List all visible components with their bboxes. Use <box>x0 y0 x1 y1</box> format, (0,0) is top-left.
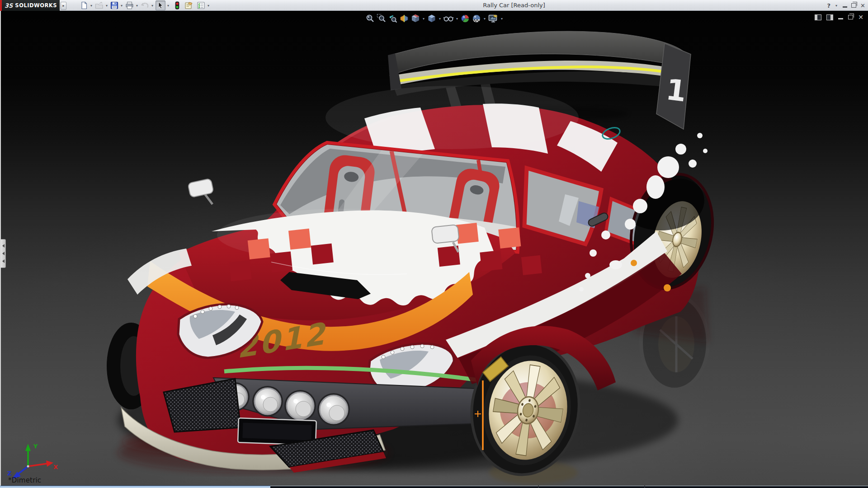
document-window-controls: ✕ <box>815 14 863 21</box>
dropdown-arrow-icon[interactable]: ▾ <box>456 17 458 21</box>
view-orientation-label: *Dimetric <box>8 476 41 484</box>
section-view-icon <box>399 14 409 23</box>
window-controls: ? ▾ ✕ <box>827 0 865 11</box>
solidworks-app: 3S SOLIDWORKS ▸ ▾ ▾ <box>0 0 868 488</box>
dropdown-arrow-icon[interactable]: ▾ <box>90 4 92 8</box>
display-style-icon <box>427 14 437 23</box>
dropdown-arrow-icon[interactable]: ▾ <box>167 4 169 8</box>
dropdown-arrow-icon: ▾ <box>106 4 108 8</box>
zoom-to-fit-icon <box>365 14 375 23</box>
apply-scene-icon <box>472 14 481 23</box>
hide-show-items-icon <box>443 14 454 23</box>
solidworks-logo: 3S SOLIDWORKS <box>2 0 60 11</box>
new-document-button[interactable] <box>80 1 89 10</box>
rebuild-button[interactable] <box>174 1 180 10</box>
dropdown-arrow-icon[interactable]: ▾ <box>208 4 209 8</box>
collapse-arrow-icon <box>2 252 5 255</box>
document-minimize-button[interactable] <box>838 18 843 19</box>
zoom-to-area-icon <box>377 14 387 23</box>
view-settings-button[interactable] <box>488 14 499 23</box>
zoom-to-fit-button[interactable] <box>365 14 375 23</box>
restore-button[interactable] <box>851 3 856 8</box>
options-button[interactable] <box>196 1 206 10</box>
save-icon <box>110 1 118 9</box>
open-document-button[interactable] <box>94 1 104 10</box>
dropdown-arrow-icon[interactable]: ▾ <box>484 17 486 21</box>
print-button[interactable] <box>125 1 134 10</box>
collapse-arrow-icon <box>2 259 5 263</box>
expand-right-pane-button[interactable] <box>826 14 833 20</box>
dropdown-arrow-icon[interactable]: ▾ <box>439 17 441 21</box>
left-mirror <box>188 178 214 204</box>
help-dropdown-arrow-icon[interactable]: ▾ <box>835 4 837 8</box>
dropdown-arrow-icon[interactable]: ▾ <box>136 4 138 8</box>
undo-icon <box>141 1 149 9</box>
document-restore-button[interactable] <box>848 15 853 19</box>
save-button[interactable] <box>110 1 119 10</box>
logo-glyph: 3S <box>5 2 13 9</box>
taskbar-top-line <box>270 486 868 486</box>
taskbar-segment <box>0 486 270 488</box>
collapse-left-pane-button[interactable] <box>815 14 821 20</box>
reference-triad: Y X Z <box>6 443 59 481</box>
file-properties-icon <box>184 1 193 9</box>
dropdown-arrow-icon[interactable]: ▾ <box>501 17 503 21</box>
triad-x-label: X <box>53 464 58 470</box>
car-number-decal: 1 <box>664 73 688 108</box>
section-view-button[interactable] <box>399 14 409 23</box>
help-button[interactable]: ? <box>827 2 831 9</box>
options-checklist-icon <box>197 1 205 9</box>
open-document-icon <box>95 1 104 9</box>
graphics-viewport[interactable]: 1 <box>0 11 868 486</box>
taskbar-separator <box>538 486 539 488</box>
view-settings-icon <box>488 14 499 23</box>
logo-text: SOLIDWORKS <box>15 2 57 9</box>
title-bar: 3S SOLIDWORKS ▸ ▾ ▾ <box>0 0 868 11</box>
collapse-arrow-icon <box>2 244 5 248</box>
select-tool-button[interactable] <box>156 0 165 10</box>
view-orientation-icon <box>410 14 420 23</box>
edit-appearance-icon <box>460 14 470 23</box>
dropdown-arrow-icon: ▾ <box>151 4 153 8</box>
dropdown-arrow-icon[interactable]: ▾ <box>121 4 123 8</box>
hide-show-items-button[interactable] <box>443 14 454 23</box>
rebuild-traffic-light-icon <box>175 1 180 9</box>
triad-y-label: Y <box>33 443 38 450</box>
headsup-view-toolbar: ▾ ▾ ▾ <box>365 13 504 24</box>
new-document-icon <box>80 1 88 9</box>
document-close-button[interactable]: ✕ <box>858 14 863 21</box>
apply-scene-button[interactable] <box>472 14 481 23</box>
dropdown-arrow-icon[interactable]: ▾ <box>423 17 425 21</box>
document-title: Rally Car [Read-only] <box>483 2 545 9</box>
triad-z-label: Z <box>7 470 11 477</box>
undo-button[interactable] <box>140 1 150 10</box>
minimize-button[interactable] <box>843 6 847 8</box>
print-icon <box>125 1 134 9</box>
feature-manager-splitter-tab[interactable] <box>1 239 6 268</box>
taskbar-separator <box>644 486 645 488</box>
taskbar-edge[interactable] <box>0 486 868 488</box>
zoom-to-area-button[interactable] <box>377 14 387 23</box>
previous-view-button[interactable] <box>388 14 398 23</box>
file-properties-button[interactable] <box>184 1 193 10</box>
edit-appearance-button[interactable] <box>460 14 470 23</box>
toolbar-overflow-button[interactable]: ▸ <box>61 2 66 10</box>
select-cursor-icon <box>156 1 165 9</box>
previous-view-icon <box>388 14 398 23</box>
main-toolbar: ▾ ▾ ▾ <box>80 0 211 11</box>
view-orientation-button[interactable] <box>410 14 420 23</box>
close-button[interactable]: ✕ <box>860 2 865 9</box>
rally-car-model[interactable]: 1 <box>0 11 868 486</box>
display-style-button[interactable] <box>427 14 437 23</box>
